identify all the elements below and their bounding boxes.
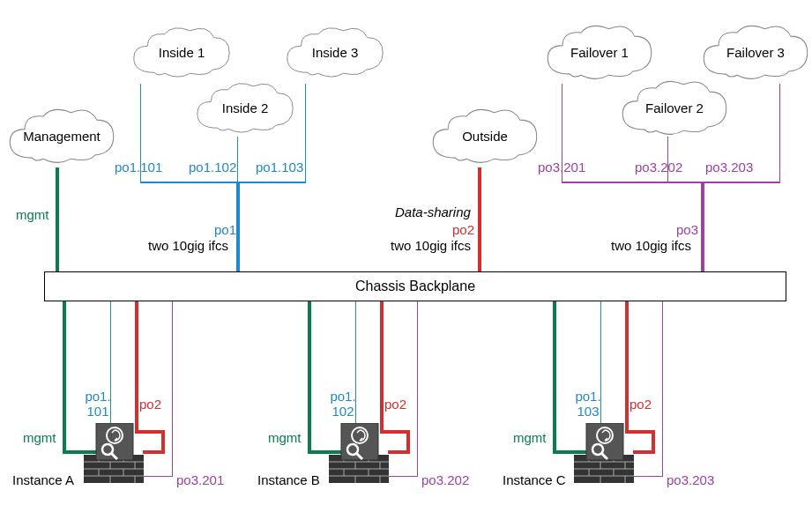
ic-po3-v bbox=[662, 301, 663, 477]
ia-po3: po3.201 bbox=[176, 472, 224, 487]
cloud-failover3-label: Failover 3 bbox=[698, 45, 812, 60]
firewall-instance-b bbox=[329, 423, 389, 483]
ib-po3-h bbox=[387, 476, 418, 477]
ib-po2: po2 bbox=[384, 397, 406, 412]
cloud-outside: Outside bbox=[428, 106, 542, 167]
lbl-po3-desc: two 10gig ifcs bbox=[611, 238, 691, 253]
ic-po3-h bbox=[632, 476, 663, 477]
lbl-po1: po1 bbox=[214, 222, 236, 237]
ib-name: Instance B bbox=[257, 472, 320, 487]
ib-po2-h2 bbox=[388, 450, 410, 454]
cloud-inside1: Inside 1 bbox=[129, 22, 235, 84]
lbl-mgmt-top: mgmt bbox=[16, 207, 49, 222]
cloud-inside3-label: Inside 3 bbox=[282, 45, 388, 60]
line-po3-hbar bbox=[562, 182, 780, 183]
ia-mgmt: mgmt bbox=[23, 430, 56, 445]
firewall-instance-a bbox=[84, 423, 144, 483]
line-po1-103 bbox=[305, 84, 306, 182]
cloud-management-label: Management bbox=[4, 129, 119, 144]
ic-po1: po1. 103 bbox=[573, 390, 603, 419]
ia-mgmt-v bbox=[63, 301, 66, 452]
ib-mgmt: mgmt bbox=[268, 430, 302, 445]
ib-po1: po1. 102 bbox=[328, 390, 358, 419]
ic-po2: po2 bbox=[629, 397, 652, 412]
line-po1-trunk bbox=[236, 183, 240, 271]
cloud-failover1-label: Failover 1 bbox=[542, 45, 657, 60]
ib-po2-v bbox=[380, 301, 384, 433]
cloud-inside3: Inside 3 bbox=[282, 22, 388, 84]
lbl-po3-201: po3.201 bbox=[538, 160, 585, 175]
lbl-po2-desc: two 10gig ifcs bbox=[391, 238, 471, 253]
lbl-po1-102: po1.102 bbox=[189, 160, 236, 175]
ib-mgmt-v bbox=[308, 301, 311, 452]
cloud-inside2-label: Inside 2 bbox=[192, 100, 298, 115]
line-po2-top bbox=[478, 167, 481, 271]
ia-po3-h bbox=[142, 476, 173, 477]
line-po3-trunk bbox=[701, 183, 704, 271]
cloud-inside1-label: Inside 1 bbox=[129, 45, 235, 60]
ia-po2-h2 bbox=[143, 450, 165, 454]
lbl-po2: po2 bbox=[452, 222, 474, 237]
ib-po3: po3.202 bbox=[421, 472, 469, 487]
line-po1-102 bbox=[237, 137, 238, 182]
ia-po1: po1. 101 bbox=[83, 390, 113, 419]
ia-name: Instance A bbox=[12, 472, 74, 487]
cloud-inside2: Inside 2 bbox=[192, 78, 298, 139]
line-mgmt-top bbox=[56, 167, 59, 271]
line-po3-203 bbox=[779, 84, 780, 182]
ic-po3: po3.203 bbox=[667, 472, 714, 487]
ia-po2: po2 bbox=[139, 397, 161, 412]
cloud-failover2-label: Failover 2 bbox=[617, 100, 732, 115]
cloud-failover1: Failover 1 bbox=[542, 22, 657, 84]
ic-po2-h2 bbox=[633, 450, 655, 454]
lbl-po3-203: po3.203 bbox=[705, 160, 753, 175]
chassis-backplane: Chassis Backplane bbox=[44, 271, 786, 301]
lbl-po1-103: po1.103 bbox=[256, 160, 303, 175]
lbl-po3: po3 bbox=[676, 222, 698, 237]
cloud-failover3: Failover 3 bbox=[698, 22, 812, 84]
ia-po3-v bbox=[172, 301, 173, 477]
cloud-management: Management bbox=[4, 106, 119, 167]
lbl-po1-101: po1.101 bbox=[115, 160, 162, 175]
ic-name: Instance C bbox=[503, 472, 566, 487]
firewall-instance-c bbox=[574, 423, 634, 483]
ic-po2-v bbox=[625, 301, 629, 433]
ic-mgmt: mgmt bbox=[513, 430, 547, 445]
lbl-po1-desc: two 10gig ifcs bbox=[148, 238, 228, 253]
line-po1-hbar bbox=[140, 182, 306, 183]
ia-po2-v bbox=[135, 301, 138, 433]
lbl-datasharing: Data-sharing bbox=[395, 204, 471, 219]
cloud-failover2: Failover 2 bbox=[617, 78, 732, 139]
cloud-outside-label: Outside bbox=[428, 129, 542, 144]
ic-mgmt-v bbox=[553, 301, 556, 452]
ib-po3-v bbox=[417, 301, 418, 477]
lbl-po3-202: po3.202 bbox=[635, 160, 682, 175]
